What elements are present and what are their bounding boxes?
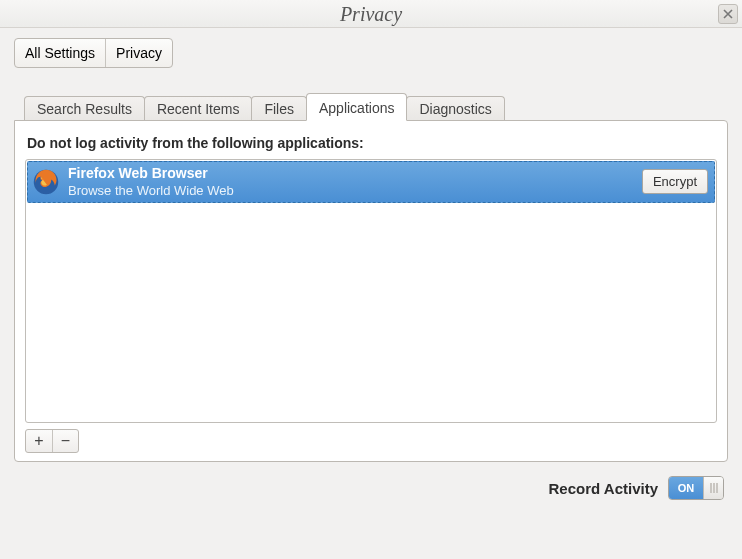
applications-list[interactable]: Firefox Web Browser Browse the World Wid… <box>25 159 717 423</box>
close-icon <box>723 9 733 19</box>
toggle-on-label: ON <box>669 477 703 499</box>
tab-files[interactable]: Files <box>251 96 307 121</box>
add-remove-toolbar: + − <box>25 429 79 453</box>
footer: Record Activity ON <box>0 462 742 514</box>
list-item[interactable]: Firefox Web Browser Browse the World Wid… <box>27 161 715 203</box>
breadcrumb: All Settings Privacy <box>14 38 173 68</box>
tab-recent-items[interactable]: Recent Items <box>144 96 252 121</box>
window-title: Privacy <box>340 3 402 25</box>
record-activity-toggle[interactable]: ON <box>668 476 724 500</box>
applications-panel: Do not log activity from the following a… <box>14 120 728 462</box>
panel-heading: Do not log activity from the following a… <box>27 135 717 151</box>
tabs: Search Results Recent Items Files Applic… <box>14 92 728 120</box>
remove-button[interactable]: − <box>52 430 78 452</box>
app-name: Firefox Web Browser <box>68 165 642 183</box>
close-button[interactable] <box>718 4 738 24</box>
breadcrumb-all-settings[interactable]: All Settings <box>15 39 105 67</box>
record-activity-label: Record Activity <box>549 480 658 497</box>
tab-diagnostics[interactable]: Diagnostics <box>406 96 504 121</box>
add-button[interactable]: + <box>26 430 52 452</box>
breadcrumb-privacy[interactable]: Privacy <box>105 39 172 67</box>
tab-search-results[interactable]: Search Results <box>24 96 145 121</box>
app-description: Browse the World Wide Web <box>68 183 642 199</box>
firefox-icon <box>32 168 60 196</box>
toggle-knob <box>703 477 723 499</box>
tab-applications[interactable]: Applications <box>306 93 408 121</box>
list-item-text: Firefox Web Browser Browse the World Wid… <box>68 165 642 199</box>
encrypt-button[interactable]: Encrypt <box>642 169 708 194</box>
